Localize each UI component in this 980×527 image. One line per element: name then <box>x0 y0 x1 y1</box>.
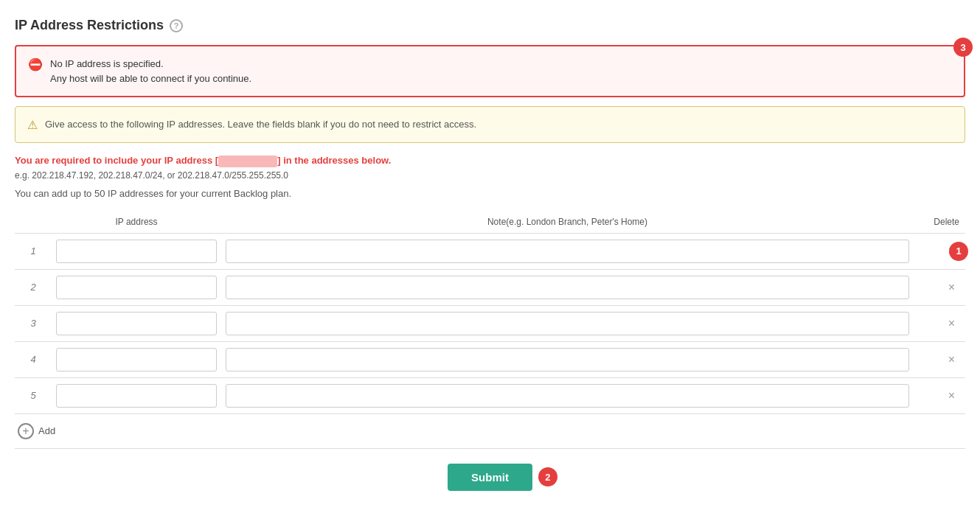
add-circle-icon: + <box>18 423 34 439</box>
example-text: e.g. 202.218.47.192, 202.218.47.0/24, or… <box>15 170 965 181</box>
col-ip-header: IP address <box>52 212 221 234</box>
error-box-wrapper: ⛔ No IP address is specified. Any host w… <box>15 45 965 97</box>
section-title: IP Address Restrictions ? <box>15 15 965 33</box>
error-line2: Any host will be able to connect if you … <box>50 71 251 86</box>
note-cell-4 <box>221 341 914 377</box>
required-notice: You are required to include your IP addr… <box>15 155 965 167</box>
delete-cell-1: ×1 <box>914 233 965 269</box>
delete-button-5[interactable]: × <box>942 386 961 405</box>
masked-ip <box>218 156 277 167</box>
ip-cell-4 <box>52 341 221 377</box>
ip-input-1[interactable] <box>56 240 217 263</box>
table-row: 3× <box>15 305 965 341</box>
ip-table: IP address Note(e.g. London Branch, Pete… <box>15 212 965 414</box>
help-icon[interactable]: ? <box>170 19 183 32</box>
capacity-text: You can add up to 50 IP addresses for yo… <box>15 188 965 199</box>
delete-cell-5: × <box>914 377 965 413</box>
ip-cell-2 <box>52 269 221 305</box>
warning-alert-icon: ⚠ <box>27 118 38 132</box>
ip-cell-5 <box>52 377 221 413</box>
add-label: Add <box>38 425 55 436</box>
table-row: 1×1 <box>15 233 965 269</box>
badge-3: 3 <box>953 38 973 57</box>
note-cell-1 <box>221 233 914 269</box>
ip-cell-1 <box>52 233 221 269</box>
warning-alert: ⚠ Give access to the following IP addres… <box>15 106 965 143</box>
table-row: 2× <box>15 269 965 305</box>
table-row: 5× <box>15 377 965 413</box>
note-input-3[interactable] <box>226 312 909 335</box>
row-num-5: 5 <box>15 377 52 413</box>
ip-cell-3 <box>52 305 221 341</box>
badge-1: 1 <box>949 242 968 261</box>
table-header-row: IP address Note(e.g. London Branch, Pete… <box>15 212 965 234</box>
required-prefix: You are required to include your IP addr… <box>15 155 218 166</box>
error-line1: No IP address is specified. <box>50 57 251 71</box>
badge-2: 2 <box>538 467 557 486</box>
page-wrapper: IP Address Restrictions ? ⛔ No IP addres… <box>0 0 980 527</box>
note-input-5[interactable] <box>226 384 909 408</box>
page-title: IP Address Restrictions <box>15 18 164 33</box>
ip-input-4[interactable] <box>56 348 217 371</box>
note-cell-2 <box>221 269 914 305</box>
note-cell-5 <box>221 377 914 413</box>
note-input-1[interactable] <box>226 240 909 263</box>
row-num-1: 1 <box>15 233 52 269</box>
row-num-4: 4 <box>15 341 52 377</box>
warning-alert-text: Give access to the following IP addresse… <box>45 117 476 132</box>
error-alert-icon: ⛔ <box>28 57 43 71</box>
delete-cell-2: × <box>914 269 965 305</box>
error-alert: ⛔ No IP address is specified. Any host w… <box>15 45 965 97</box>
error-alert-text: No IP address is specified. Any host wil… <box>50 57 251 85</box>
note-input-2[interactable] <box>226 276 909 299</box>
ip-input-5[interactable] <box>56 384 217 408</box>
note-cell-3 <box>221 305 914 341</box>
ip-input-3[interactable] <box>56 312 217 335</box>
delete-button-4[interactable]: × <box>942 350 961 369</box>
col-note-header: Note(e.g. London Branch, Peter's Home) <box>221 212 914 234</box>
row-num-3: 3 <box>15 305 52 341</box>
delete-cell-3: × <box>914 305 965 341</box>
delete-button-2[interactable]: × <box>942 278 961 297</box>
submit-area: Submit 2 <box>15 464 965 491</box>
col-num-header <box>15 212 52 234</box>
note-input-4[interactable] <box>226 348 909 371</box>
table-row: 4× <box>15 341 965 377</box>
submit-button[interactable]: Submit <box>448 464 532 491</box>
row-num-2: 2 <box>15 269 52 305</box>
required-suffix: ] in the addresses below. <box>277 155 391 166</box>
delete-cell-4: × <box>914 341 965 377</box>
delete-button-3[interactable]: × <box>942 314 961 333</box>
ip-input-2[interactable] <box>56 276 217 299</box>
col-delete-header: Delete <box>914 212 965 234</box>
add-row[interactable]: + Add <box>15 414 965 449</box>
